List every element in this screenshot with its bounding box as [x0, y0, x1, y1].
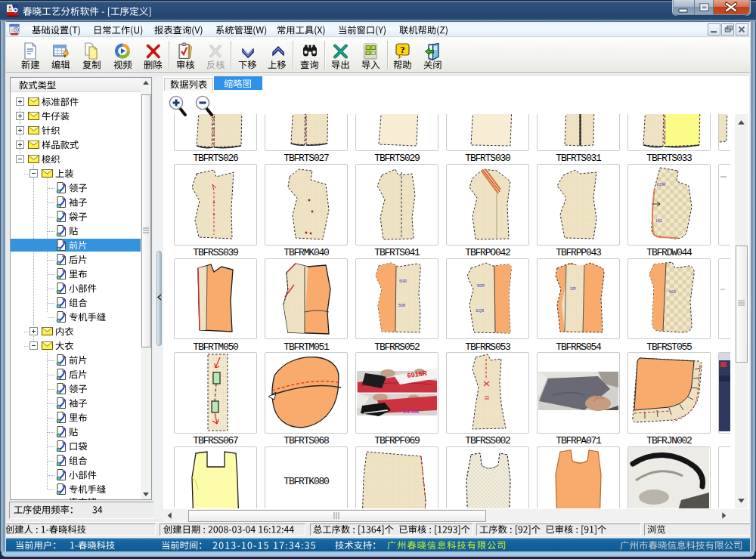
svg-text:50R: 50R [399, 279, 407, 283]
svg-text:WS: WS [669, 289, 676, 294]
svg-text:1X1: 1X1 [655, 218, 662, 223]
svg-text:91.9A: 91.9A [403, 408, 420, 415]
svg-text:?: ? [400, 44, 405, 55]
svg-text:KZW: KZW [657, 182, 665, 187]
svg-text:50R: 50R [477, 283, 485, 288]
svg-text:SR: SR [570, 286, 576, 291]
svg-text:508: 508 [398, 303, 405, 307]
svg-text:SQ8: SQ8 [476, 308, 484, 313]
